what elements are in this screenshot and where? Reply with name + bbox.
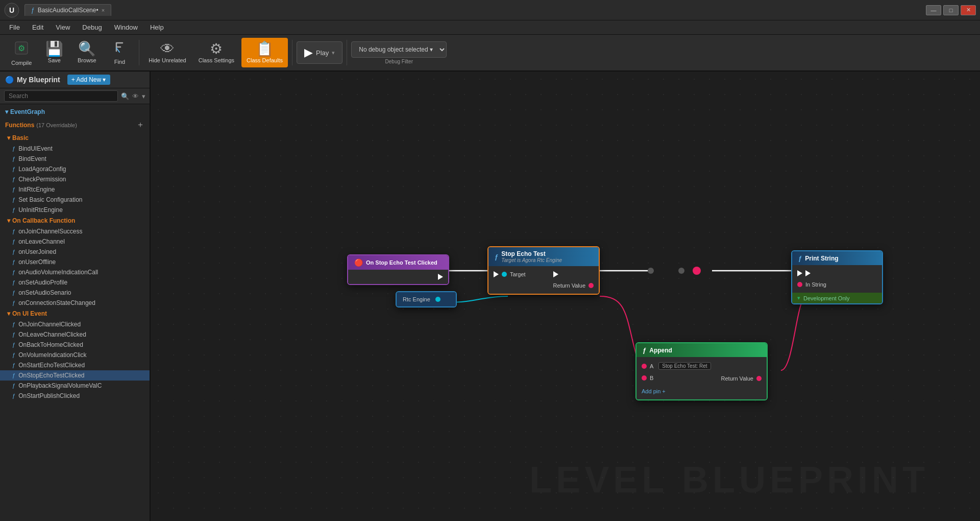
maximize-btn[interactable]: □ [943,5,959,15]
rtc-engine-label: Rtc Engine [403,296,430,302]
on-ui-event-section[interactable]: ▾ On UI Event [0,308,150,319]
func-bind-ui-event[interactable]: ƒBindUIEvent [0,144,150,154]
blueprint-watermark: LEVEL BLUEPRINT [529,459,929,501]
ui-back-to-home[interactable]: ƒOnBackToHomeClicked [0,340,150,350]
func-init-rtc-engine[interactable]: ƒInitRtcEngine [0,184,150,195]
cb-user-offline[interactable]: ƒonUserOffline [0,257,150,267]
play-dropdown-icon: ▾ [332,50,335,56]
hide-unrelated-button[interactable]: 👁 Hide Unrelated [143,38,191,67]
close-btn[interactable]: ✕ [961,5,976,15]
cb-join-channel-success[interactable]: ƒonJoinChannelSuccess [0,226,150,236]
class-settings-label: Class Settings [199,57,234,63]
menubar: File Edit View Debug Window Help [0,20,980,35]
event-graph-item[interactable]: ▾ EventGraph [0,106,150,117]
class-defaults-label: Class Defaults [247,57,283,63]
compile-button[interactable]: ⚙ Compile [6,38,37,67]
svg-point-5 [678,268,684,274]
ui-leave-channel[interactable]: ƒOnLeaveChannelClicked [0,329,150,340]
blueprint-canvas[interactable]: 🔴 On Stop Echo Test Clicked Rtc Engine [151,72,980,521]
add-pin-btn[interactable]: Add pin + [642,388,666,394]
cb-user-joined[interactable]: ƒonUserJoined [0,247,150,257]
menu-debug[interactable]: Debug [77,21,107,33]
filter-dropdown-icon[interactable]: ▾ [142,92,145,100]
cb-leave-channel[interactable]: ƒonLeaveChannel [0,236,150,247]
ui-volume-indication[interactable]: ƒOnVolumeIndicationClick [0,350,150,360]
ui-stop-echo-test[interactable]: ƒOnStopEchoTestClicked [0,370,150,381]
play-button[interactable]: ▶ Play ▾ [297,41,342,64]
target-in-pin [502,272,507,277]
play-icon: ▶ [304,46,313,59]
save-label: Save [48,57,61,63]
print-func-icon: ƒ [798,254,802,262]
ui-start-publish[interactable]: ƒOnStartPublishClicked [0,391,150,401]
node-rtc-engine[interactable]: Rtc Engine [396,291,457,307]
print-instring-label: In String [805,281,826,288]
cb-audio-volume[interactable]: ƒonAudioVolumeIndicationCall [0,267,150,277]
browse-label: Browse [78,57,96,63]
cb-set-audio-senario[interactable]: ƒonSetAudioSenario [0,288,150,298]
play-label: Play [316,49,329,57]
class-settings-icon: ⚙ [210,42,223,56]
tab-close-btn[interactable]: × [102,7,105,13]
append-return-label: Return Value [721,375,753,382]
node-trigger[interactable]: 🔴 On Stop Echo Test Clicked [347,254,449,285]
basic-section[interactable]: ▾ Basic [0,132,150,144]
panel-title: My Blueprint [17,76,60,84]
svg-point-4 [648,268,654,274]
functions-section-header: Functions (17 Overridable) ＋ [0,117,150,132]
ui-start-echo-test[interactable]: ƒOnStartEchoTestClicked [0,360,150,370]
on-callback-label: On Callback Function [12,217,75,224]
ui-playback-signal[interactable]: ƒOnPlaybackSignalVolumeValC [0,381,150,391]
eye-icon[interactable]: 👁 [132,92,139,100]
func-bind-event[interactable]: ƒBindEvent [0,154,150,164]
svg-text:U: U [9,6,14,14]
func-check-permission[interactable]: ƒCheckPermission [0,174,150,184]
tab-label: BasicAudioCallScene• [38,7,99,14]
functions-count: (17 Overridable) [36,122,77,128]
cb-set-audio-profile[interactable]: ƒonSetAudioProfile [0,277,150,288]
menu-edit[interactable]: Edit [27,21,48,33]
ui-join-channel[interactable]: ƒOnJoinChannelClicked [0,319,150,329]
save-button[interactable]: 💾 Save [39,38,69,67]
find-label: Find [114,59,125,65]
stop-echo-label: Stop Echo Test [501,250,562,257]
class-defaults-icon: 📋 [256,42,274,56]
print-instring-pin [797,282,802,287]
append-b-pin [642,375,647,381]
cb-connection-state[interactable]: ƒonConnectionStateChanged [0,298,150,308]
func-set-basic-config[interactable]: ƒSet Basic Configuration [0,195,150,205]
node-stop-echo[interactable]: ƒ Stop Echo Test Target is Agora Rtc Eng… [487,246,600,295]
menu-help[interactable]: Help [145,21,169,33]
hide-unrelated-label: Hide Unrelated [149,57,186,63]
functions-label: Functions [5,122,34,129]
func-load-agora-config[interactable]: ƒLoadAgoraConfig [0,164,150,174]
menu-window[interactable]: Window [109,21,143,33]
func-uninit-rtc-engine[interactable]: ƒUnInitRtcEngine [0,205,150,215]
on-ui-event-label: On UI Event [12,310,47,317]
toolbar: ⚙ Compile 💾 Save 🔍 Browse Find 👁 Hide Un… [0,35,980,72]
node-append[interactable]: ƒ Append A Stop Echo Test: Ret B [635,342,768,400]
add-new-button[interactable]: + Add New ▾ [67,75,110,85]
blueprint-icon: 🔵 [5,76,14,84]
find-button[interactable]: Find [104,38,135,67]
node-print-string[interactable]: ƒ Print String In String [791,250,883,304]
search-icon: 🔍 [121,92,129,100]
add-function-btn[interactable]: ＋ [136,120,144,130]
class-settings-button[interactable]: ⚙ Class Settings [193,38,239,67]
print-devonly-icon: ▾ [797,295,800,301]
menu-file[interactable]: File [4,21,25,33]
append-a-value: Stop Echo Test: Ret [658,362,710,370]
browse-button[interactable]: 🔍 Browse [71,38,102,67]
class-defaults-button[interactable]: 📋 Class Defaults [241,38,288,67]
event-graph-icon: ▾ [5,108,8,115]
svg-point-6 [693,267,701,275]
canvas-area[interactable]: ƒ On Stop Echo Test ! × ★ ◀ ▶ ƒ BasicAud… [151,72,980,521]
minimize-btn[interactable]: — [926,5,941,15]
editor-tab[interactable]: ƒ BasicAudioCallScene• × [24,4,111,16]
on-callback-section[interactable]: ▾ On Callback Function [0,215,150,226]
search-input[interactable] [4,90,118,102]
debug-object-select[interactable]: No debug object selected ▾ [351,41,447,58]
menu-view[interactable]: View [51,21,75,33]
append-a-label: A [650,363,653,369]
return-pin [589,283,594,288]
